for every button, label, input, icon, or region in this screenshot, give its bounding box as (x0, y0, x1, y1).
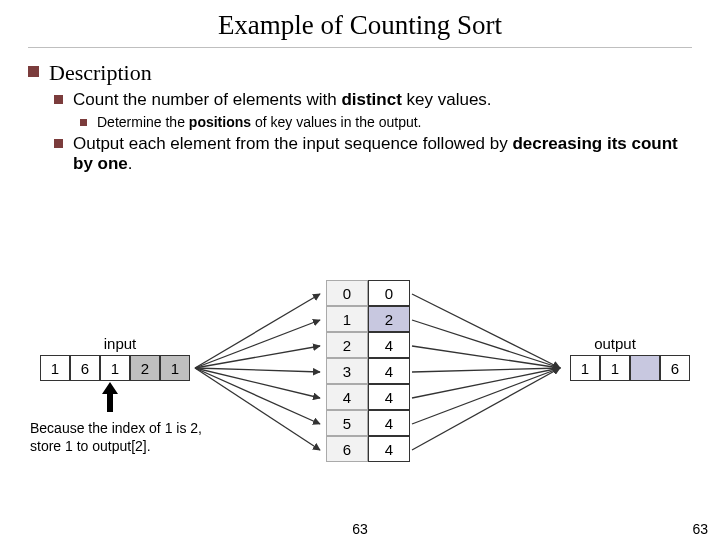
count-row: 12 (326, 306, 410, 332)
input-cell: 2 (130, 355, 160, 381)
count-value: 4 (368, 358, 410, 384)
count-value: 2 (368, 306, 410, 332)
count-table: 00122434445464 (326, 280, 410, 462)
bold: positions (189, 114, 251, 130)
bold: distinct (341, 90, 401, 109)
svg-line-9 (412, 346, 560, 368)
count-index: 1 (326, 306, 368, 332)
count-row: 00 (326, 280, 410, 306)
page-number-right: 63 (692, 521, 708, 537)
count-index: 2 (326, 332, 368, 358)
output-cell: 1 (570, 355, 600, 381)
output-array: 116 (570, 355, 690, 381)
count-row: 54 (326, 410, 410, 436)
count-row: 44 (326, 384, 410, 410)
count-index: 5 (326, 410, 368, 436)
svg-line-2 (195, 346, 320, 368)
bullet-text: Output each element from the input seque… (73, 134, 692, 174)
count-row: 64 (326, 436, 410, 462)
output-label: output (555, 335, 675, 352)
svg-line-5 (195, 368, 320, 424)
square-bullet-icon (54, 139, 63, 148)
caption-text: Because the index of 1 is 2, store 1 to … (30, 420, 230, 455)
svg-line-7 (412, 294, 560, 368)
text: Determine the (97, 114, 189, 130)
svg-line-0 (195, 294, 320, 368)
count-value: 0 (368, 280, 410, 306)
bullet-l1: Description (28, 60, 692, 86)
output-cell: 1 (600, 355, 630, 381)
up-arrow-icon (100, 382, 120, 412)
count-value: 4 (368, 410, 410, 436)
count-value: 4 (368, 332, 410, 358)
bullet-text: Determine the positions of key values in… (97, 114, 422, 130)
input-label: input (60, 335, 180, 352)
diagram-area: input 16121 Because the index of 1 is 2,… (0, 280, 720, 510)
count-index: 4 (326, 384, 368, 410)
count-index: 3 (326, 358, 368, 384)
description-block: Description Count the number of elements… (0, 48, 720, 174)
square-bullet-icon (28, 66, 39, 77)
count-row: 34 (326, 358, 410, 384)
output-cell (630, 355, 660, 381)
input-cell: 6 (70, 355, 100, 381)
bullet-text: Count the number of elements with distin… (73, 90, 492, 110)
svg-line-1 (195, 320, 320, 368)
count-value: 4 (368, 436, 410, 462)
input-array: 16121 (40, 355, 190, 381)
svg-line-12 (412, 368, 560, 424)
svg-line-4 (195, 368, 320, 398)
square-bullet-icon (54, 95, 63, 104)
text: Count the number of elements with (73, 90, 341, 109)
text: Output each element from the input seque… (73, 134, 512, 153)
input-cell: 1 (160, 355, 190, 381)
count-value: 4 (368, 384, 410, 410)
text: . (128, 154, 133, 173)
svg-line-11 (412, 368, 560, 398)
count-index: 0 (326, 280, 368, 306)
bullet-l3-1: Determine the positions of key values in… (80, 114, 692, 130)
input-cell: 1 (40, 355, 70, 381)
text: of key values in the output. (251, 114, 421, 130)
count-index: 6 (326, 436, 368, 462)
bullet-l2-2: Output each element from the input seque… (54, 134, 692, 174)
svg-line-8 (412, 320, 560, 368)
page-title: Example of Counting Sort (28, 0, 692, 48)
svg-line-3 (195, 368, 320, 372)
bullet-l2-1: Count the number of elements with distin… (54, 90, 692, 110)
svg-line-10 (412, 368, 560, 372)
square-bullet-icon (80, 119, 87, 126)
output-cell: 6 (660, 355, 690, 381)
section-heading: Description (49, 60, 152, 86)
text: key values. (402, 90, 492, 109)
page-number-center: 63 (352, 521, 368, 537)
input-cell: 1 (100, 355, 130, 381)
count-row: 24 (326, 332, 410, 358)
svg-line-13 (412, 368, 560, 450)
